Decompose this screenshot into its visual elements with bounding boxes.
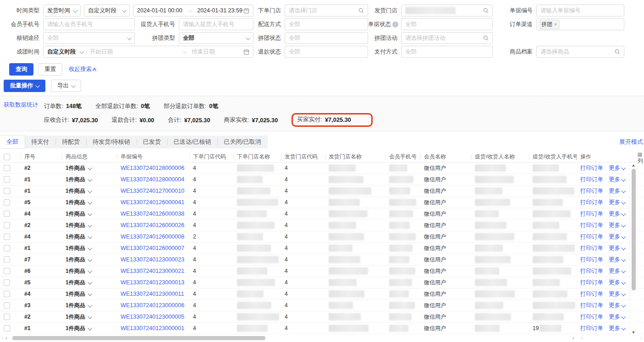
tab-待支付[interactable]: 待支付: [25, 136, 55, 148]
tab-已送达/已核销[interactable]: 已送达/已核销: [167, 136, 218, 148]
more-actions-link[interactable]: 更多: [609, 267, 625, 275]
order-number-link[interactable]: WE13307240123000011: [121, 291, 184, 297]
row-checkbox[interactable]: [4, 176, 10, 183]
more-actions-link[interactable]: 更多: [609, 222, 625, 229]
order-number-link[interactable]: WE13307240126000041: [121, 199, 184, 206]
tag-close-icon[interactable]: ×: [554, 22, 557, 27]
scroll-left-icon[interactable]: ‹: [5, 336, 7, 341]
print-order-link[interactable]: 打印订单: [580, 325, 603, 332]
item-summary-toggle[interactable]: 1件商品: [66, 176, 91, 184]
row-checkbox[interactable]: [4, 199, 10, 206]
print-order-link[interactable]: 打印订单: [580, 267, 603, 275]
print-order-link[interactable]: 打印订单: [580, 176, 603, 184]
item-summary-toggle[interactable]: 1件商品: [66, 256, 91, 264]
scroll-left-icon[interactable]: ‹: [0, 336, 5, 341]
order-number-link[interactable]: WE13307240126000026: [121, 222, 184, 228]
print-order-link[interactable]: 打印订单: [580, 222, 603, 229]
scroll-down-icon[interactable]: ▼: [632, 330, 636, 335]
item-summary-toggle[interactable]: 1件商品: [66, 313, 91, 321]
order-channel-select[interactable]: 拼团×: [536, 18, 624, 30]
tab-已关闭/已取消[interactable]: 已关闭/已取消: [217, 136, 268, 148]
print-order-link[interactable]: 打印订单: [580, 164, 603, 172]
pay-method-select[interactable]: 全部: [401, 46, 493, 58]
order-number-link[interactable]: WE13307240123000005: [121, 314, 184, 320]
row-checkbox[interactable]: [4, 245, 10, 251]
expand-mode-link[interactable]: 展开模式: [619, 138, 643, 146]
item-summary-toggle[interactable]: 1件商品: [66, 187, 91, 195]
row-checkbox[interactable]: [4, 291, 10, 297]
row-checkbox[interactable]: [4, 188, 10, 194]
print-order-link[interactable]: 打印订单: [580, 233, 603, 241]
tab-待配货[interactable]: 待配货: [55, 136, 86, 148]
print-order-link[interactable]: 打印订单: [580, 210, 603, 218]
batch-operation-button[interactable]: 批量操作: [4, 80, 45, 92]
more-actions-link[interactable]: 更多: [609, 187, 625, 195]
item-summary-toggle[interactable]: 1件商品: [66, 279, 91, 287]
collapse-search-link[interactable]: 收起搜索: [69, 65, 96, 73]
tab-全部[interactable]: 全部: [0, 136, 25, 148]
order-number-link[interactable]: WE13307240126000007: [121, 245, 184, 251]
time-range-preset-select[interactable]: 自定义时段: [84, 5, 130, 16]
group-type-select[interactable]: 全部: [179, 32, 253, 44]
print-order-link[interactable]: 打印订单: [580, 313, 603, 321]
more-actions-link[interactable]: 更多: [609, 210, 625, 218]
order-number-link[interactable]: WE13307240123000001: [121, 325, 184, 331]
doc-no-input[interactable]: 请输入单据编号: [536, 5, 624, 16]
print-order-link[interactable]: 打印订单: [580, 302, 603, 309]
more-actions-link[interactable]: 更多: [609, 199, 625, 206]
order-number-link[interactable]: WE13307240123000023: [121, 256, 184, 263]
item-summary-toggle[interactable]: 1件商品: [66, 222, 91, 229]
search-button[interactable]: 查询: [9, 63, 33, 76]
print-order-link[interactable]: 打印订单: [580, 244, 603, 252]
delivery-method-select[interactable]: 全部: [285, 18, 368, 30]
group-activity-input[interactable]: 请选择拼团活动: [401, 32, 493, 44]
item-summary-toggle[interactable]: 1件商品: [66, 244, 91, 252]
item-summary-toggle[interactable]: 1件商品: [66, 233, 91, 241]
tab-已发货[interactable]: 已发货: [137, 136, 167, 148]
fetch-stats-link[interactable]: 获取数据统计: [4, 101, 38, 109]
row-checkbox[interactable]: [4, 233, 10, 240]
order-number-link[interactable]: WE13307240128000006: [121, 165, 184, 171]
more-actions-link[interactable]: 更多: [609, 313, 625, 321]
more-actions-link[interactable]: 更多: [609, 302, 625, 309]
item-summary-toggle[interactable]: 1件商品: [66, 199, 91, 206]
row-checkbox[interactable]: [4, 279, 10, 286]
item-summary-toggle[interactable]: 1件商品: [66, 164, 91, 172]
tab-待发货/待核销[interactable]: 待发货/待核销: [86, 136, 137, 148]
group-time-range-picker[interactable]: 自定义时段 | 开始日期 → 结束日期: [43, 46, 253, 58]
row-checkbox[interactable]: [4, 325, 10, 331]
row-checkbox[interactable]: [4, 211, 10, 217]
item-summary-toggle[interactable]: 1件商品: [66, 302, 91, 309]
time-type-select[interactable]: 发货时间: [43, 5, 81, 16]
row-checkbox[interactable]: [4, 222, 10, 228]
row-checkbox[interactable]: [4, 302, 10, 309]
picker-phone-input[interactable]: 请输入提货人手机号: [179, 18, 253, 30]
verify-channel-select[interactable]: 全部: [43, 32, 135, 44]
row-checkbox[interactable]: [4, 314, 10, 320]
row-checkbox[interactable]: [4, 256, 10, 263]
row-checkbox[interactable]: [4, 165, 10, 171]
item-summary-toggle[interactable]: 1件商品: [66, 325, 91, 332]
date-range-picker[interactable]: 2024-01-01 00:00 → 2024-01-31 23:59: [133, 5, 253, 16]
scroll-up-icon[interactable]: ▲: [632, 163, 636, 168]
order-number-link[interactable]: WE13307240123000021: [121, 268, 184, 274]
fixed-col-scroll-right-icon[interactable]: ›: [639, 336, 644, 341]
print-order-link[interactable]: 打印订单: [580, 290, 603, 298]
reset-button[interactable]: 重置: [38, 63, 62, 76]
fixed-col-scroll-left-icon[interactable]: ‹: [579, 336, 584, 341]
refund-status-select[interactable]: 全部: [285, 46, 368, 58]
more-actions-link[interactable]: 更多: [609, 290, 625, 298]
print-order-link[interactable]: 打印订单: [580, 279, 603, 287]
row-checkbox[interactable]: [4, 268, 10, 274]
print-order-link[interactable]: 打印订单: [580, 199, 603, 206]
order-number-link[interactable]: WE13307240126000038: [121, 211, 184, 217]
more-actions-link[interactable]: 更多: [609, 256, 625, 264]
vertical-scroll-thumb[interactable]: [632, 169, 636, 290]
ship-store-input[interactable]: [401, 5, 493, 16]
order-number-link[interactable]: WE13307240127000010: [121, 188, 184, 194]
print-order-link[interactable]: 打印订单: [580, 256, 603, 264]
member-phone-input[interactable]: 请输入会员手机号: [43, 18, 135, 30]
item-summary-toggle[interactable]: 1件商品: [66, 210, 91, 218]
more-actions-link[interactable]: 更多: [609, 325, 625, 332]
group-status-select[interactable]: 全部: [285, 32, 368, 44]
